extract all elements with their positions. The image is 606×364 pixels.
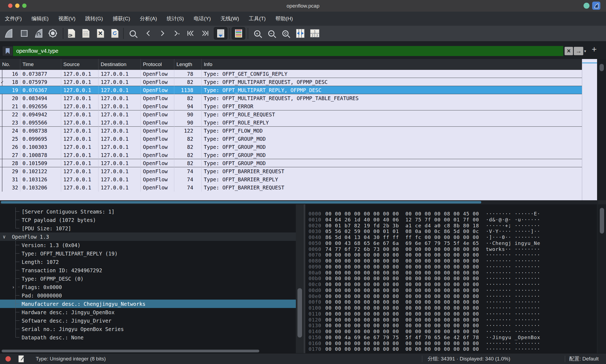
hex-line[interactable]: 00a000 00 00 00 00 00 00 00 00 00 00 00 … bbox=[305, 270, 597, 276]
menu-item-statistics[interactable]: 统计(S) bbox=[163, 14, 187, 24]
go-first-icon[interactable] bbox=[184, 27, 197, 40]
detail-item[interactable]: Pad: 00000000 bbox=[0, 291, 296, 300]
capture-comment-icon[interactable] bbox=[18, 355, 24, 362]
hex-line[interactable]: 000000 00 00 00 00 00 00 00 00 00 00 00 … bbox=[305, 211, 597, 217]
menu-item-go[interactable]: 跳转(G) bbox=[82, 14, 106, 24]
stop-capture-icon[interactable] bbox=[18, 27, 30, 40]
packet-row[interactable]: 210.092656127.0.0.1127.0.0.1OpenFlow94Ty… bbox=[0, 102, 582, 110]
layout-icon[interactable]: 123 bbox=[309, 27, 321, 40]
menu-item-telephony[interactable]: 电话(Y) bbox=[190, 14, 214, 24]
hex-line[interactable]: 00f000 00 00 00 00 00 00 00 00 00 00 00 … bbox=[305, 299, 597, 305]
details-scroll-thumb[interactable] bbox=[297, 288, 302, 337]
hex-line[interactable]: 00c000 00 00 00 00 00 00 00 00 00 00 00 … bbox=[305, 281, 597, 287]
packet-row[interactable]: 270.100878127.0.0.1127.0.0.1OpenFlow82Ty… bbox=[0, 151, 582, 159]
hex-line[interactable]: 011000 00 00 00 00 00 00 00 00 00 00 00 … bbox=[305, 311, 597, 317]
hex-line[interactable]: 003005 56 02 59 00 00 01 01 08 0a 00 0c … bbox=[305, 228, 597, 234]
detail-item[interactable]: ∨OpenFlow 1.3 bbox=[0, 232, 296, 241]
detail-item[interactable]: Type: OFPT_MULTIPART_REPLY (19) bbox=[0, 249, 296, 258]
detail-item[interactable]: Type: OFPMP_DESC (0) bbox=[0, 274, 296, 283]
detail-item[interactable]: Datapath desc.: None bbox=[0, 333, 296, 342]
detail-item[interactable]: [Server Contiguous Streams: 1] bbox=[0, 207, 296, 216]
packet-row[interactable]: 240.098738127.0.0.1127.0.0.1OpenFlow122T… bbox=[0, 127, 582, 135]
hex-vertical-scrollbar[interactable] bbox=[597, 204, 606, 353]
hex-line[interactable]: 002000 01 b7 82 19 fd 2b 3b a1 ce d4 a0 … bbox=[305, 223, 597, 229]
packet-row[interactable]: 290.102122127.0.0.1127.0.0.1OpenFlow74Ty… bbox=[0, 167, 582, 175]
hex-line[interactable]: 00d000 00 00 00 00 00 00 00 00 00 00 00 … bbox=[305, 287, 597, 293]
hex-line[interactable]: 013000 00 00 00 00 00 00 00 00 00 00 00 … bbox=[305, 323, 597, 329]
save-file-icon[interactable]: 01010 01101 01110 bbox=[80, 27, 92, 40]
zoom-out-icon[interactable]: − bbox=[265, 27, 277, 40]
filter-add-button[interactable]: + bbox=[592, 44, 597, 54]
filter-dropdown-caret[interactable]: ▾ bbox=[584, 47, 586, 55]
packet-row[interactable]: 160.073877127.0.0.1127.0.0.1OpenFlow78Ty… bbox=[0, 70, 582, 78]
hex-scroll-thumb[interactable] bbox=[600, 208, 604, 234]
expert-info-icon[interactable] bbox=[5, 356, 11, 362]
column-header-source[interactable]: Source bbox=[61, 59, 99, 70]
menu-item-analyze[interactable]: 分析(A) bbox=[137, 14, 160, 24]
packet-row[interactable]: 320.103206127.0.0.1127.0.0.1OpenFlow74Ty… bbox=[0, 183, 582, 192]
packet-row[interactable]: 250.099695127.0.0.1127.0.0.1OpenFlow82Ty… bbox=[0, 135, 582, 143]
detail-item[interactable]: Manufacturer desc.: Chengjingyu_Networks bbox=[0, 300, 296, 308]
detail-item[interactable]: [PDU Size: 1072] bbox=[0, 224, 296, 232]
chevron-right-icon[interactable]: › bbox=[12, 285, 15, 289]
hex-line[interactable]: 016000 00 00 00 00 00 00 00 00 00 00 00 … bbox=[305, 340, 597, 346]
go-back-icon[interactable] bbox=[142, 27, 155, 40]
menu-item-capture[interactable]: 捕获(C) bbox=[109, 14, 133, 24]
packet-row[interactable]: 220.094942127.0.0.1127.0.0.1OpenFlow90Ty… bbox=[0, 110, 582, 119]
hex-line[interactable]: 006074 77 6f 72 6b 73 00 00 00 00 00 00 … bbox=[305, 246, 597, 252]
menu-item-wireless[interactable]: 无线(W) bbox=[217, 14, 243, 24]
hex-line[interactable]: 015000 00 4a 69 6e 67 79 75 5f 4f 70 65 … bbox=[305, 335, 597, 340]
profile-status[interactable]: 配置: Default bbox=[569, 353, 599, 364]
restart-capture-icon[interactable] bbox=[32, 27, 45, 40]
hex-line[interactable]: 012000 00 00 00 00 00 00 00 00 00 00 00 … bbox=[305, 317, 597, 323]
hex-line[interactable]: 004086 5d 04 13 04 30 ff ff ff fc 00 00 … bbox=[305, 234, 597, 240]
packet-row[interactable]: 230.095566127.0.0.1127.0.0.1OpenFlow90Ty… bbox=[0, 119, 582, 127]
start-capture-icon[interactable] bbox=[2, 27, 15, 40]
find-packet-icon[interactable] bbox=[126, 27, 139, 40]
detail-item[interactable]: Transaction ID: 4294967292 bbox=[0, 266, 296, 274]
column-header-time[interactable]: Time bbox=[20, 59, 61, 70]
detail-item[interactable]: ›Flags: 0x0000 bbox=[0, 283, 296, 291]
detail-item[interactable]: Software desc.: Jingyu_Driver bbox=[0, 316, 296, 325]
column-header-length[interactable]: Length bbox=[174, 59, 202, 70]
zoom-reset-icon[interactable] bbox=[279, 27, 291, 40]
packet-row[interactable]: 190.076367127.0.0.1127.0.0.1OpenFlow1138… bbox=[0, 86, 582, 94]
packet-row[interactable]: 280.101509127.0.0.1127.0.0.1OpenFlow82Ty… bbox=[0, 159, 582, 167]
capture-options-icon[interactable] bbox=[47, 27, 59, 40]
detail-item[interactable]: Serial no.: Jingyu OpenBox Series bbox=[0, 325, 296, 333]
menu-item-edit[interactable]: 编辑(E) bbox=[28, 14, 52, 24]
packet-list-horizontal-scrollbar[interactable] bbox=[0, 200, 598, 204]
detail-item[interactable]: TCP payload (1072 bytes) bbox=[0, 216, 296, 224]
auto-scroll-icon[interactable] bbox=[214, 27, 227, 40]
open-file-icon[interactable] bbox=[65, 27, 78, 40]
hex-line[interactable]: 014000 00 00 00 00 00 00 00 00 00 00 00 … bbox=[305, 329, 597, 335]
hex-line[interactable]: 009000 00 00 00 00 00 00 00 00 00 00 00 … bbox=[305, 264, 597, 270]
colorize-icon[interactable] bbox=[232, 27, 245, 40]
filter-bookmark-button[interactable] bbox=[2, 46, 13, 56]
column-header-no[interactable]: No. bbox=[0, 59, 20, 70]
packet-list-scroll-thumb[interactable] bbox=[600, 64, 604, 71]
reload-file-icon[interactable] bbox=[109, 27, 121, 40]
filter-apply-button[interactable]: → bbox=[574, 47, 583, 55]
hex-line[interactable]: 00e000 00 00 00 00 00 00 00 00 00 00 00 … bbox=[305, 293, 597, 299]
detail-item[interactable]: Length: 1072 bbox=[0, 258, 296, 266]
column-header-protocol[interactable]: Protocol bbox=[141, 59, 174, 70]
intelligent-scrollbar-minimap[interactable] bbox=[582, 59, 597, 200]
zoom-in-icon[interactable]: + bbox=[251, 27, 263, 40]
go-last-icon[interactable] bbox=[199, 27, 211, 40]
packet-list-hscroll-thumb[interactable] bbox=[1, 201, 481, 204]
packet-list-vertical-scrollbar[interactable] bbox=[597, 59, 606, 200]
menu-item-file[interactable]: 文件(F) bbox=[2, 14, 25, 24]
display-filter-input[interactable]: openflow_v4.type bbox=[13, 46, 563, 56]
column-header-info[interactable]: Info bbox=[202, 59, 582, 70]
details-vertical-scrollbar[interactable] bbox=[296, 204, 304, 353]
close-file-icon[interactable]: × bbox=[94, 27, 107, 40]
go-to-packet-icon[interactable] bbox=[171, 27, 183, 40]
chevron-down-icon[interactable]: ∨ bbox=[3, 234, 6, 239]
detail-item[interactable]: Hardware desc.: Jingyu_OpenBox bbox=[0, 308, 296, 316]
hex-line[interactable]: 001004 64 26 1d 40 00 40 06 12 75 7f 00 … bbox=[305, 217, 597, 223]
hex-line[interactable]: 005000 00 43 68 65 6e 67 6a 69 6e 67 79 … bbox=[305, 240, 597, 246]
detail-item[interactable]: Version: 1.3 (0x04) bbox=[0, 241, 296, 249]
column-header-destination[interactable]: Destination bbox=[99, 59, 141, 70]
packet-row[interactable]: 200.083494127.0.0.1127.0.0.1OpenFlow82Ty… bbox=[0, 94, 582, 102]
